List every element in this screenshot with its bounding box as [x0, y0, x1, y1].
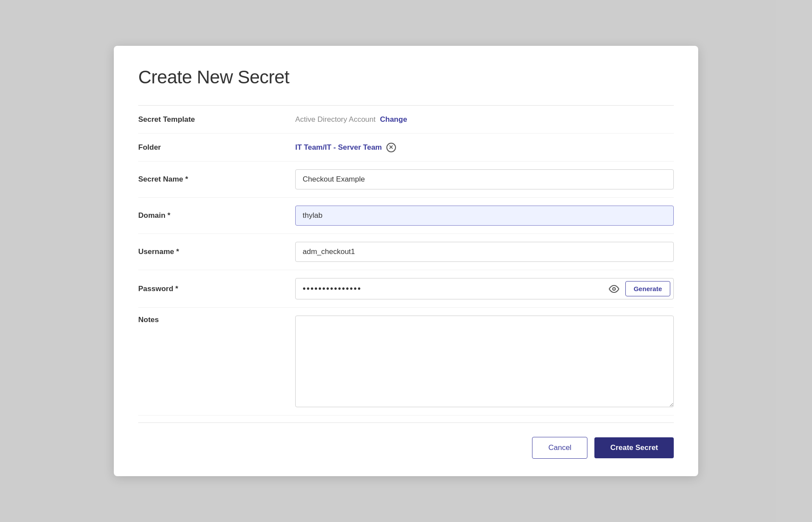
- folder-value: IT Team/IT - Server Team ✕: [295, 143, 674, 152]
- secret-name-label: Secret Name *: [138, 175, 295, 184]
- password-actions: Generate: [603, 278, 674, 299]
- svg-point-0: [613, 288, 615, 290]
- password-label: Password *: [138, 285, 295, 293]
- domain-row: Domain *: [138, 198, 674, 234]
- username-label: Username *: [138, 247, 295, 256]
- domain-label: Domain *: [138, 211, 295, 220]
- folder-link[interactable]: IT Team/IT - Server Team: [295, 143, 382, 152]
- secret-name-input[interactable]: [295, 169, 674, 189]
- create-secret-button[interactable]: Create Secret: [594, 437, 674, 458]
- cancel-button[interactable]: Cancel: [532, 437, 587, 459]
- username-field-wrapper: [295, 242, 674, 262]
- modal-title: Create New Secret: [138, 67, 674, 88]
- username-row: Username *: [138, 234, 674, 270]
- secret-template-label: Secret Template: [138, 115, 295, 124]
- secret-template-value: Active Directory Account Change: [295, 115, 674, 124]
- remove-folder-button[interactable]: ✕: [386, 143, 396, 152]
- close-icon: ✕: [389, 144, 393, 150]
- modal-footer: Cancel Create Secret: [138, 422, 674, 459]
- password-row: Password * Generate: [138, 270, 674, 308]
- change-template-link[interactable]: Change: [380, 115, 407, 124]
- secret-name-field-wrapper: [295, 169, 674, 189]
- notes-label: Notes: [138, 316, 295, 324]
- modal-backdrop: Create New Secret Secret Template Active…: [0, 0, 812, 522]
- username-input[interactable]: [295, 242, 674, 262]
- secret-template-row: Secret Template Active Directory Account…: [138, 106, 674, 134]
- password-field-wrapper: Generate: [295, 278, 674, 299]
- folder-label: Folder: [138, 143, 295, 152]
- toggle-password-visibility-button[interactable]: [603, 278, 625, 299]
- generate-password-button[interactable]: Generate: [625, 281, 670, 296]
- password-input-wrapper: Generate: [295, 278, 674, 299]
- secret-name-row: Secret Name *: [138, 161, 674, 198]
- domain-field-wrapper: [295, 206, 674, 226]
- domain-input[interactable]: [295, 206, 674, 226]
- eye-icon: [609, 284, 619, 294]
- notes-field-wrapper: [295, 316, 674, 407]
- form-section: Secret Template Active Directory Account…: [138, 105, 674, 416]
- notes-row: Notes: [138, 308, 674, 416]
- modal-container: Create New Secret Secret Template Active…: [114, 46, 698, 476]
- template-text: Active Directory Account: [295, 115, 375, 124]
- notes-textarea[interactable]: [295, 316, 674, 407]
- folder-row: Folder IT Team/IT - Server Team ✕: [138, 134, 674, 161]
